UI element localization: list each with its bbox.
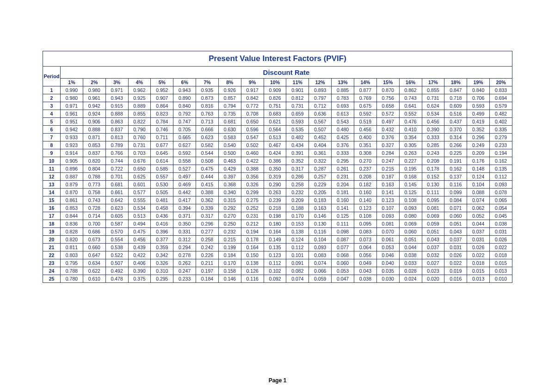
value-cell: 0.840 bbox=[467, 86, 490, 94]
period-cell: 4 bbox=[43, 110, 61, 118]
value-cell: 0.370 bbox=[444, 126, 467, 134]
value-cell: 0.700 bbox=[83, 220, 105, 228]
value-cell: 0.247 bbox=[173, 267, 196, 275]
value-cell: 0.907 bbox=[151, 94, 173, 102]
value-cell: 0.237 bbox=[354, 165, 376, 173]
rate-header: 14% bbox=[354, 79, 376, 86]
value-cell: 0.507 bbox=[105, 259, 128, 267]
value-cell: 0.836 bbox=[61, 220, 83, 228]
value-cell: 0.833 bbox=[490, 86, 512, 94]
value-cell: 0.047 bbox=[332, 275, 354, 283]
value-cell: 0.870 bbox=[376, 86, 399, 94]
value-cell: 0.116 bbox=[309, 228, 332, 236]
value-cell: 0.284 bbox=[376, 149, 399, 157]
value-cell: 0.296 bbox=[467, 134, 490, 141]
period-cell: 7 bbox=[43, 134, 61, 141]
value-cell: 0.275 bbox=[241, 196, 264, 204]
rate-header: 16% bbox=[399, 79, 422, 86]
value-cell: 0.673 bbox=[83, 236, 105, 244]
value-cell: 0.020 bbox=[422, 275, 444, 283]
value-cell: 0.650 bbox=[241, 118, 264, 126]
value-cell: 0.333 bbox=[332, 149, 354, 157]
period-cell: 21 bbox=[43, 244, 61, 251]
value-cell: 0.677 bbox=[151, 141, 173, 149]
value-cell: 0.124 bbox=[467, 173, 490, 181]
value-cell: 0.714 bbox=[83, 212, 105, 220]
value-cell: 0.111 bbox=[422, 189, 444, 196]
value-cell: 0.060 bbox=[444, 212, 467, 220]
value-cell: 0.182 bbox=[354, 181, 376, 189]
value-cell: 0.665 bbox=[173, 134, 196, 141]
value-cell: 0.022 bbox=[467, 251, 490, 259]
value-cell: 0.686 bbox=[83, 228, 105, 236]
value-cell: 0.458 bbox=[151, 204, 173, 212]
value-cell: 0.766 bbox=[105, 149, 128, 157]
value-cell: 0.482 bbox=[286, 134, 309, 141]
value-cell: 0.552 bbox=[399, 110, 422, 118]
value-cell: 0.080 bbox=[399, 212, 422, 220]
value-cell: 0.158 bbox=[218, 267, 241, 275]
value-cell: 0.681 bbox=[105, 181, 128, 189]
value-cell: 0.108 bbox=[354, 212, 376, 220]
value-cell: 0.516 bbox=[444, 110, 467, 118]
value-cell: 0.593 bbox=[286, 118, 309, 126]
value-cell: 0.032 bbox=[422, 251, 444, 259]
value-cell: 0.769 bbox=[354, 94, 376, 102]
period-cell: 16 bbox=[43, 204, 61, 212]
value-cell: 0.467 bbox=[264, 141, 286, 149]
value-cell: 0.362 bbox=[196, 196, 219, 204]
value-cell: 0.060 bbox=[399, 228, 422, 236]
value-cell: 0.820 bbox=[61, 236, 83, 244]
value-cell: 0.416 bbox=[151, 220, 173, 228]
value-cell: 0.816 bbox=[196, 102, 219, 110]
value-cell: 0.788 bbox=[61, 267, 83, 275]
value-cell: 0.391 bbox=[286, 149, 309, 157]
table-row: 100.9050.8200.7440.6760.6140.5580.5080.4… bbox=[43, 157, 512, 165]
value-cell: 0.980 bbox=[83, 86, 105, 94]
value-cell: 0.820 bbox=[83, 157, 105, 165]
period-cell: 17 bbox=[43, 212, 61, 220]
value-cell: 0.033 bbox=[399, 259, 422, 267]
value-cell: 0.081 bbox=[376, 220, 399, 228]
value-cell: 0.278 bbox=[173, 251, 196, 259]
period-cell: 10 bbox=[43, 157, 61, 165]
value-cell: 0.112 bbox=[490, 173, 512, 181]
value-cell: 0.356 bbox=[241, 173, 264, 181]
value-cell: 0.018 bbox=[490, 251, 512, 259]
value-cell: 0.658 bbox=[376, 102, 399, 110]
value-cell: 0.287 bbox=[309, 165, 332, 173]
value-cell: 0.068 bbox=[332, 251, 354, 259]
value-cell: 0.660 bbox=[83, 244, 105, 251]
value-cell: 0.148 bbox=[467, 165, 490, 173]
value-cell: 0.074 bbox=[309, 259, 332, 267]
value-cell: 0.051 bbox=[399, 236, 422, 244]
value-cell: 0.613 bbox=[332, 110, 354, 118]
value-cell: 0.773 bbox=[83, 181, 105, 189]
value-cell: 0.335 bbox=[490, 126, 512, 134]
value-cell: 0.909 bbox=[264, 86, 286, 94]
period-cell: 20 bbox=[43, 236, 61, 244]
value-cell: 0.439 bbox=[128, 244, 151, 251]
value-cell: 0.683 bbox=[264, 110, 286, 118]
value-cell: 0.013 bbox=[490, 267, 512, 275]
value-cell: 0.123 bbox=[264, 251, 286, 259]
value-cell: 0.780 bbox=[61, 275, 83, 283]
value-cell: 0.419 bbox=[467, 118, 490, 126]
value-cell: 0.623 bbox=[196, 134, 219, 141]
value-cell: 0.422 bbox=[128, 251, 151, 259]
value-cell: 0.178 bbox=[241, 236, 264, 244]
period-cell: 6 bbox=[43, 126, 61, 134]
value-cell: 0.060 bbox=[332, 259, 354, 267]
value-cell: 0.456 bbox=[128, 236, 151, 244]
value-cell: 0.889 bbox=[128, 102, 151, 110]
value-cell: 0.735 bbox=[218, 110, 241, 118]
value-cell: 0.290 bbox=[264, 181, 286, 189]
value-cell: 0.279 bbox=[490, 134, 512, 141]
value-cell: 0.540 bbox=[218, 141, 241, 149]
value-cell: 0.879 bbox=[61, 181, 83, 189]
value-cell: 0.231 bbox=[241, 212, 264, 220]
value-cell: 0.917 bbox=[241, 86, 264, 94]
period-cell: 2 bbox=[43, 94, 61, 102]
value-cell: 0.650 bbox=[128, 165, 151, 173]
value-cell: 0.813 bbox=[105, 134, 128, 141]
